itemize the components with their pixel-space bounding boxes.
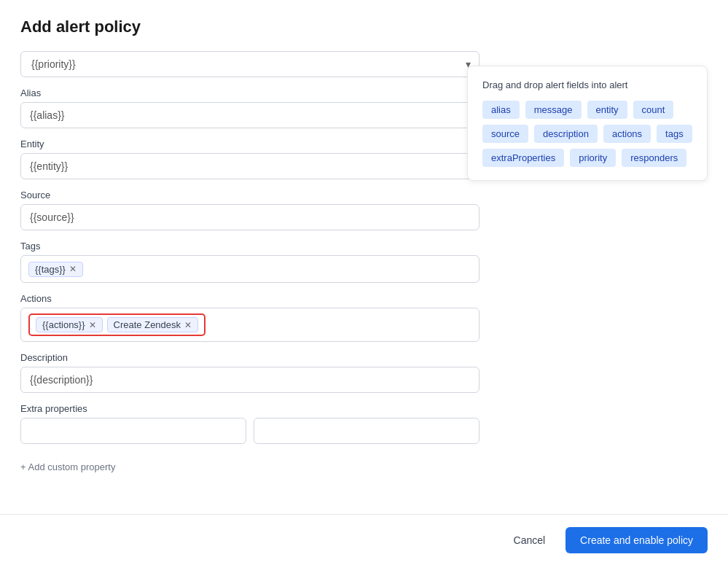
- description-input[interactable]: [20, 367, 480, 393]
- tag-chip-tags: {{tags}} ✕: [28, 262, 83, 277]
- description-field-group: Description: [20, 352, 480, 393]
- actions-chip-text: {{actions}}: [42, 319, 85, 330]
- extra-props-value-input[interactable]: [254, 418, 480, 444]
- description-label: Description: [20, 352, 480, 363]
- create-enable-policy-button[interactable]: Create and enable policy: [565, 527, 708, 553]
- actions-chip-zendesk: Create Zendesk ✕: [107, 317, 199, 332]
- drag-drop-panel: Drag and drop alert fields into alert al…: [467, 66, 708, 181]
- extra-properties-field-group: Extra properties: [20, 403, 480, 444]
- field-tag-count[interactable]: count: [633, 101, 674, 119]
- actions-field-group: Actions {{actions}} ✕ Create Zendesk ✕: [20, 293, 480, 342]
- remove-tag-button[interactable]: ✕: [69, 265, 77, 273]
- footer-bar: Cancel Create and enable policy: [0, 514, 728, 565]
- extra-properties-label: Extra properties: [20, 403, 480, 414]
- entity-field-group: Entity: [20, 139, 480, 179]
- remove-zendesk-button[interactable]: ✕: [184, 321, 192, 330]
- priority-dropdown-wrapper[interactable]: {{priority}} P1 P2 P3 P4 P5 ▾: [20, 51, 480, 77]
- actions-chip-zendesk-text: Create Zendesk: [114, 319, 181, 330]
- cancel-button[interactable]: Cancel: [502, 529, 557, 552]
- tags-field-group: Tags {{tags}} ✕: [20, 241, 480, 283]
- actions-input-wrapper[interactable]: {{actions}} ✕ Create Zendesk ✕: [20, 308, 480, 342]
- page-title: Add alert policy: [20, 17, 708, 36]
- field-tag-alias[interactable]: alias: [482, 101, 520, 119]
- field-tag-responders[interactable]: responders: [622, 149, 686, 167]
- tags-input-wrapper[interactable]: {{tags}} ✕: [20, 255, 480, 283]
- source-field-group: Source: [20, 190, 480, 230]
- drag-panel-title: Drag and drop alert fields into alert: [482, 79, 692, 90]
- alias-input[interactable]: [20, 102, 480, 128]
- field-tag-tags[interactable]: tags: [657, 125, 692, 143]
- form-area: {{priority}} P1 P2 P3 P4 P5 ▾ Alias Enti…: [20, 51, 480, 475]
- field-tag-actions[interactable]: actions: [603, 125, 651, 143]
- alias-field-group: Alias: [20, 87, 480, 128]
- entity-label: Entity: [20, 139, 480, 149]
- tag-chip-text: {{tags}}: [35, 264, 66, 275]
- remove-actions-button[interactable]: ✕: [89, 321, 96, 330]
- source-label: Source: [20, 190, 480, 200]
- add-custom-property-button[interactable]: + Add custom property: [20, 459, 115, 475]
- actions-highlighted-area: {{actions}} ✕ Create Zendesk ✕: [28, 313, 206, 336]
- field-tag-extraproperties[interactable]: extraProperties: [482, 149, 564, 167]
- field-tag-priority[interactable]: priority: [570, 149, 616, 167]
- tags-label: Tags: [20, 241, 480, 252]
- field-tag-entity[interactable]: entity: [587, 101, 627, 119]
- extra-props-key-input[interactable]: [20, 418, 246, 444]
- field-tag-description[interactable]: description: [534, 125, 598, 143]
- entity-input[interactable]: [20, 153, 480, 179]
- field-tags-container: alias message entity count source descri…: [482, 101, 692, 167]
- source-input[interactable]: [20, 204, 480, 230]
- extra-props-row: [20, 418, 480, 444]
- field-tag-source[interactable]: source: [482, 125, 528, 143]
- actions-chip-actions: {{actions}} ✕: [36, 317, 103, 332]
- field-tag-message[interactable]: message: [525, 101, 582, 119]
- priority-select[interactable]: {{priority}} P1 P2 P3 P4 P5: [20, 51, 480, 77]
- actions-label: Actions: [20, 293, 480, 304]
- alias-label: Alias: [20, 87, 480, 98]
